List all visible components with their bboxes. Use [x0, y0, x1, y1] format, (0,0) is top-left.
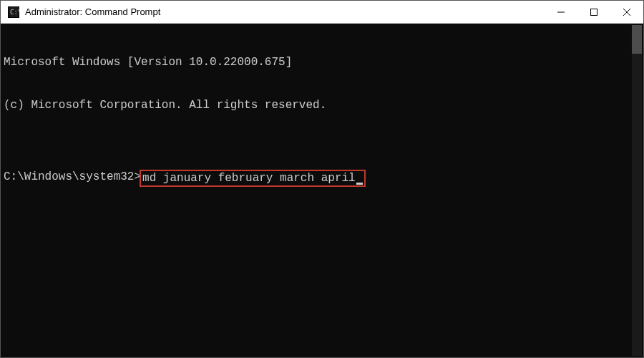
svg-text:C:\: C:\: [10, 9, 19, 16]
cmd-window: C:\ Administrator: Command Prompt Micros…: [0, 0, 644, 358]
minimize-button[interactable]: [545, 1, 577, 24]
output-line: Microsoft Windows [Version 10.0.22000.67…: [4, 55, 643, 69]
prompt-line: C:\Windows\system32>md january february …: [4, 170, 643, 187]
terminal-area[interactable]: Microsoft Windows [Version 10.0.22000.67…: [1, 24, 643, 357]
highlighted-command: md january february march april: [140, 170, 366, 187]
terminal-output: Microsoft Windows [Version 10.0.22000.67…: [1, 24, 643, 357]
scrollbar-track[interactable]: [632, 25, 642, 356]
maximize-button[interactable]: [577, 1, 610, 24]
prompt-path: C:\Windows\system32>: [4, 170, 141, 184]
cmd-icon: C:\: [6, 5, 21, 19]
svg-rect-4: [591, 9, 597, 15]
window-title: Administrator: Command Prompt: [25, 6, 160, 17]
cursor: [356, 183, 363, 185]
close-button[interactable]: [610, 1, 643, 24]
titlebar[interactable]: C:\ Administrator: Command Prompt: [1, 1, 643, 24]
output-line: (c) Microsoft Corporation. All rights re…: [4, 98, 643, 112]
scrollbar-thumb[interactable]: [632, 25, 642, 54]
command-text: md january february march april: [142, 172, 356, 185]
